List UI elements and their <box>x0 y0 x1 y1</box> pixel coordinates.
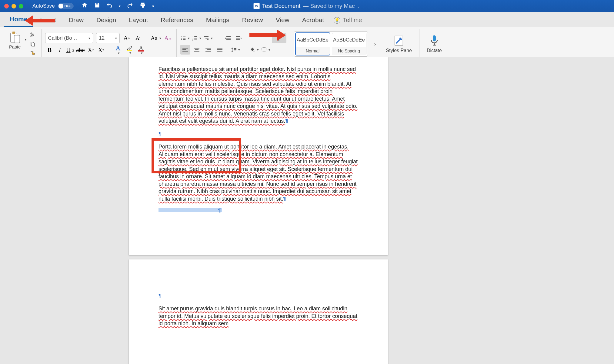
align-center-button[interactable] <box>192 45 202 55</box>
page-2[interactable]: ¶ Sit amet purus gravida quis blandit tu… <box>129 259 388 364</box>
autosave-switch[interactable]: OFF <box>58 3 74 9</box>
tab-acrobat[interactable]: Acrobat <box>296 13 330 27</box>
svg-rect-23 <box>182 49 186 50</box>
font-color-button[interactable]: A▾ <box>136 45 146 55</box>
align-left-button[interactable] <box>180 45 190 55</box>
lightbulb-icon: 💡 <box>334 17 340 24</box>
pilcrow-icon: ¶ <box>218 207 221 214</box>
font-group: Calibri (Bo…▾ 12▾ A^ Aˇ Aa▾ A◇ B I U▾ ab… <box>42 29 176 59</box>
svg-rect-10 <box>183 38 185 38</box>
style-normal[interactable]: AaBbCcDdEe Normal <box>295 33 330 55</box>
close-window-button[interactable] <box>4 4 9 8</box>
maximize-window-button[interactable] <box>19 4 23 8</box>
minimize-window-button[interactable] <box>12 4 16 8</box>
undo-icon[interactable] <box>106 2 113 10</box>
highlight-color-button[interactable]: 🖊▾ <box>125 45 134 55</box>
svg-rect-36 <box>234 51 236 51</box>
strikethrough-button[interactable]: abc <box>76 45 85 55</box>
svg-rect-31 <box>217 48 222 48</box>
tab-view[interactable]: View <box>270 13 295 27</box>
svg-rect-19 <box>204 36 209 37</box>
justify-button[interactable] <box>215 45 225 55</box>
italic-button[interactable]: I <box>55 45 64 55</box>
svg-rect-30 <box>205 51 211 52</box>
borders-button[interactable]: ▾ <box>261 45 271 55</box>
styles-gallery-expand-icon[interactable]: › <box>370 39 380 49</box>
tab-mailings[interactable]: Mailings <box>200 13 235 27</box>
style-name-normal: Normal <box>296 47 330 55</box>
align-right-button[interactable] <box>203 45 213 55</box>
cut-button[interactable] <box>28 31 38 39</box>
paragraph-3[interactable]: Sit amet purus gravida quis blandit turp… <box>159 305 358 327</box>
empty-paragraph[interactable]: ¶ <box>159 130 358 138</box>
svg-rect-2 <box>14 35 20 43</box>
bullets-button[interactable]: ▾ <box>180 33 190 43</box>
underline-button[interactable]: U▾ <box>66 45 74 55</box>
tab-review[interactable]: Review <box>236 13 269 27</box>
format-painter-button[interactable] <box>28 49 38 57</box>
svg-text:3: 3 <box>192 39 193 41</box>
multilevel-list-button[interactable]: ▾ <box>203 33 213 43</box>
page-break-selection[interactable]: ¶ <box>159 208 222 212</box>
style-no-spacing[interactable]: AaBbCcDdEe No Spacing <box>332 33 366 55</box>
tab-insert[interactable]: Insert <box>34 13 62 27</box>
document-body[interactable]: ¶ Sit amet purus gravida quis blandit tu… <box>129 259 388 351</box>
tab-layout[interactable]: Layout <box>123 13 154 27</box>
clear-formatting-button[interactable]: A◇ <box>163 33 173 43</box>
svg-rect-12 <box>183 39 185 40</box>
svg-rect-8 <box>183 37 185 37</box>
increase-indent-button[interactable] <box>234 33 244 43</box>
text-effects-button[interactable]: A▾ <box>113 45 123 55</box>
styles-group: AaBbCcDdEe Normal AaBbCcDdEe No Spacing … <box>290 29 419 59</box>
empty-paragraph[interactable]: ¶ <box>159 292 358 299</box>
tab-design[interactable]: Design <box>90 13 122 27</box>
print-icon[interactable] <box>139 2 146 10</box>
paragraph-1[interactable]: Faucibus a pellentesque sit amet porttit… <box>159 65 358 125</box>
document-body[interactable]: Faucibus a pellentesque sit amet porttit… <box>129 57 388 230</box>
paragraph-2[interactable]: Porta lorem mollis aliquam ut porttitor … <box>159 143 358 202</box>
svg-point-7 <box>181 36 182 37</box>
tab-draw[interactable]: Draw <box>63 13 90 27</box>
font-size-select[interactable]: 12▾ <box>96 33 120 43</box>
superscript-button[interactable]: X2 <box>97 45 105 55</box>
document-title-area[interactable]: W Test Document — Saved to my Mac ⌄ <box>254 3 361 9</box>
save-icon[interactable] <box>94 2 100 10</box>
numbering-button[interactable]: 123▾ <box>192 33 202 43</box>
change-case-button[interactable]: Aa▾ <box>151 33 161 43</box>
styles-pane-button[interactable]: Styles Pane <box>382 35 415 53</box>
paste-dropdown-icon[interactable]: ▾ <box>25 38 27 42</box>
dictate-button[interactable]: Dictate <box>423 35 445 53</box>
decrease-indent-button[interactable] <box>223 33 232 43</box>
svg-rect-22 <box>182 48 188 48</box>
tell-me-search[interactable]: 💡 Tell me <box>334 17 362 27</box>
home-icon[interactable] <box>81 2 88 10</box>
svg-rect-6 <box>32 43 35 46</box>
svg-rect-39 <box>433 35 436 42</box>
paste-button[interactable]: Paste <box>7 31 23 49</box>
pilcrow-icon: ¶ <box>159 131 162 137</box>
bold-button[interactable]: B <box>45 45 54 55</box>
clipboard-group: Paste ▾ <box>3 29 42 59</box>
dictate-label: Dictate <box>427 48 442 53</box>
show-paragraph-marks-button[interactable]: ¶ <box>272 33 286 43</box>
qat-customize-icon[interactable]: ▾ <box>152 4 154 8</box>
line-spacing-button[interactable]: ▾ <box>231 45 240 55</box>
copy-button[interactable] <box>28 40 38 48</box>
autosave-toggle[interactable]: AutoSave OFF <box>32 3 74 9</box>
redo-icon[interactable] <box>127 2 133 10</box>
word-doc-icon: W <box>254 3 260 9</box>
title-dropdown-icon[interactable]: ⌄ <box>357 4 360 8</box>
undo-dropdown-icon[interactable]: ▾ <box>119 4 121 8</box>
font-family-select[interactable]: Calibri (Bo…▾ <box>45 33 93 43</box>
document-canvas[interactable]: Faucibus a pellentesque sit amet porttit… <box>0 57 614 364</box>
page-1[interactable]: Faucibus a pellentesque sit amet porttit… <box>129 57 388 255</box>
window-controls <box>4 4 23 8</box>
svg-rect-27 <box>194 51 199 52</box>
svg-rect-14 <box>194 36 197 37</box>
subscript-button[interactable]: X2 <box>86 45 95 55</box>
shading-button[interactable]: ▾ <box>249 45 259 55</box>
tab-references[interactable]: References <box>155 13 199 27</box>
grow-font-button[interactable]: A^ <box>122 33 131 43</box>
shrink-font-button[interactable]: Aˇ <box>133 33 143 43</box>
tab-home[interactable]: Home <box>4 12 33 27</box>
